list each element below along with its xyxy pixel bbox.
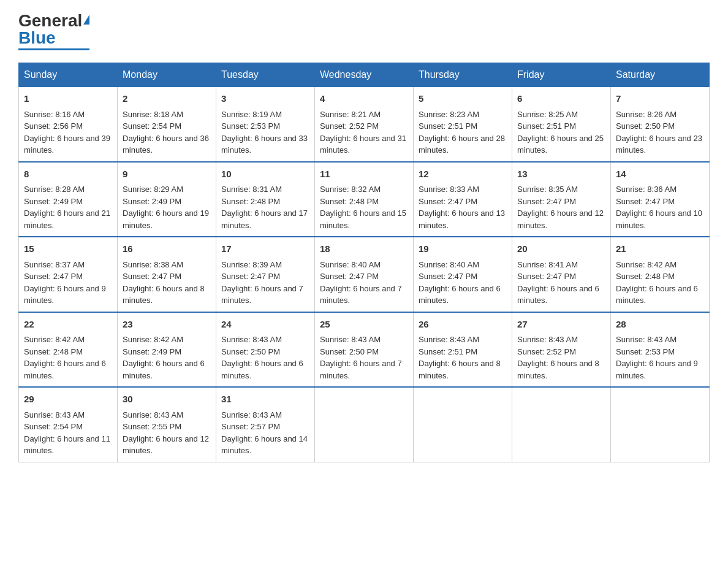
calendar-cell: 14Sunrise: 8:36 AMSunset: 2:47 PMDayligh…	[611, 162, 710, 237]
sunrise-text: Sunrise: 8:33 AM	[419, 185, 479, 194]
calendar-cell: 10Sunrise: 8:31 AMSunset: 2:48 PMDayligh…	[216, 162, 315, 237]
calendar-cell: 25Sunrise: 8:43 AMSunset: 2:50 PMDayligh…	[315, 312, 414, 388]
logo-triangle-icon	[83, 15, 89, 25]
logo-text: General Blue	[18, 12, 89, 47]
sunset-text: Sunset: 2:53 PM	[221, 121, 280, 131]
sunrise-text: Sunrise: 8:42 AM	[123, 335, 183, 344]
sunset-text: Sunset: 2:47 PM	[616, 197, 675, 206]
sunset-text: Sunset: 2:51 PM	[419, 347, 477, 356]
sunrise-text: Sunrise: 8:41 AM	[517, 260, 578, 269]
day-number: 10	[221, 167, 309, 182]
sunset-text: Sunset: 2:47 PM	[221, 272, 280, 281]
calendar-cell: 30Sunrise: 8:43 AMSunset: 2:55 PMDayligh…	[118, 387, 216, 462]
daylight-text: Daylight: 6 hours and 7 minutes.	[320, 284, 402, 305]
day-number: 5	[419, 92, 507, 106]
sunset-text: Sunset: 2:49 PM	[123, 197, 181, 206]
daylight-text: Daylight: 6 hours and 11 minutes.	[24, 434, 110, 456]
daylight-text: Daylight: 6 hours and 7 minutes.	[221, 284, 303, 305]
daylight-text: Daylight: 6 hours and 23 minutes.	[616, 134, 702, 155]
daylight-text: Daylight: 6 hours and 6 minutes.	[517, 284, 599, 305]
sunrise-text: Sunrise: 8:21 AM	[320, 110, 381, 119]
day-number: 11	[320, 167, 408, 182]
calendar-cell: 17Sunrise: 8:39 AMSunset: 2:47 PMDayligh…	[216, 237, 315, 312]
day-number: 16	[123, 242, 211, 256]
day-number: 31	[221, 393, 309, 407]
daylight-text: Daylight: 6 hours and 19 minutes.	[123, 209, 209, 230]
day-number: 23	[123, 318, 211, 332]
day-number: 20	[517, 242, 605, 256]
calendar-cell	[414, 387, 512, 462]
sunset-text: Sunset: 2:53 PM	[616, 347, 675, 356]
calendar-cell	[315, 387, 414, 462]
day-number: 28	[616, 318, 704, 332]
day-number: 3	[221, 92, 309, 106]
calendar-cell: 2Sunrise: 8:18 AMSunset: 2:54 PMDaylight…	[118, 87, 216, 162]
page-header: General Blue	[18, 12, 710, 50]
sunset-text: Sunset: 2:47 PM	[419, 197, 477, 206]
calendar-cell: 9Sunrise: 8:29 AMSunset: 2:49 PMDaylight…	[118, 162, 216, 237]
daylight-text: Daylight: 6 hours and 15 minutes.	[320, 209, 406, 230]
logo: General Blue	[18, 12, 89, 50]
sunrise-text: Sunrise: 8:40 AM	[320, 260, 381, 269]
calendar-cell: 13Sunrise: 8:35 AMSunset: 2:47 PMDayligh…	[512, 162, 611, 237]
day-number: 6	[517, 92, 605, 106]
calendar-header: SundayMondayTuesdayWednesdayThursdayFrid…	[19, 63, 710, 87]
sunrise-text: Sunrise: 8:36 AM	[616, 185, 677, 194]
calendar-cell: 7Sunrise: 8:26 AMSunset: 2:50 PMDaylight…	[611, 87, 710, 162]
sunset-text: Sunset: 2:50 PM	[320, 347, 379, 356]
calendar-cell: 1Sunrise: 8:16 AMSunset: 2:56 PMDaylight…	[19, 87, 118, 162]
week-row-5: 29Sunrise: 8:43 AMSunset: 2:54 PMDayligh…	[19, 387, 710, 462]
daylight-text: Daylight: 6 hours and 6 minutes.	[221, 359, 303, 380]
sunset-text: Sunset: 2:47 PM	[517, 272, 576, 281]
calendar-cell: 26Sunrise: 8:43 AMSunset: 2:51 PMDayligh…	[414, 312, 512, 388]
header-saturday: Saturday	[611, 63, 710, 87]
daylight-text: Daylight: 6 hours and 7 minutes.	[320, 359, 402, 380]
sunrise-text: Sunrise: 8:42 AM	[24, 335, 85, 344]
week-row-4: 22Sunrise: 8:42 AMSunset: 2:48 PMDayligh…	[19, 312, 710, 388]
calendar-cell: 31Sunrise: 8:43 AMSunset: 2:57 PMDayligh…	[216, 387, 315, 462]
sunset-text: Sunset: 2:54 PM	[123, 121, 181, 131]
header-friday: Friday	[512, 63, 611, 87]
header-monday: Monday	[118, 63, 216, 87]
sunrise-text: Sunrise: 8:25 AM	[517, 110, 578, 119]
calendar-cell: 27Sunrise: 8:43 AMSunset: 2:52 PMDayligh…	[512, 312, 611, 388]
daylight-text: Daylight: 6 hours and 10 minutes.	[616, 209, 702, 230]
day-number: 27	[517, 318, 605, 332]
week-row-1: 1Sunrise: 8:16 AMSunset: 2:56 PMDaylight…	[19, 87, 710, 162]
day-number: 30	[123, 393, 211, 407]
sunset-text: Sunset: 2:48 PM	[616, 272, 675, 281]
sunset-text: Sunset: 2:47 PM	[517, 197, 576, 206]
daylight-text: Daylight: 6 hours and 12 minutes.	[123, 434, 209, 456]
daylight-text: Daylight: 6 hours and 6 minutes.	[419, 284, 501, 305]
day-number: 13	[517, 167, 605, 182]
sunset-text: Sunset: 2:52 PM	[517, 347, 576, 356]
calendar-cell: 23Sunrise: 8:42 AMSunset: 2:49 PMDayligh…	[118, 312, 216, 388]
sunset-text: Sunset: 2:56 PM	[24, 121, 83, 131]
sunset-text: Sunset: 2:51 PM	[517, 121, 576, 131]
daylight-text: Daylight: 6 hours and 36 minutes.	[123, 134, 209, 155]
calendar-cell: 4Sunrise: 8:21 AMSunset: 2:52 PMDaylight…	[315, 87, 414, 162]
sunrise-text: Sunrise: 8:18 AM	[123, 110, 183, 119]
sunrise-text: Sunrise: 8:28 AM	[24, 185, 85, 194]
daylight-text: Daylight: 6 hours and 12 minutes.	[517, 209, 604, 230]
day-number: 12	[419, 167, 507, 182]
day-number: 21	[616, 242, 704, 256]
sunrise-text: Sunrise: 8:39 AM	[221, 260, 282, 269]
week-row-3: 15Sunrise: 8:37 AMSunset: 2:47 PMDayligh…	[19, 237, 710, 312]
daylight-text: Daylight: 6 hours and 6 minutes.	[24, 359, 106, 380]
day-number: 4	[320, 92, 408, 106]
calendar-cell: 11Sunrise: 8:32 AMSunset: 2:48 PMDayligh…	[315, 162, 414, 237]
sunset-text: Sunset: 2:49 PM	[24, 197, 83, 206]
header-row: SundayMondayTuesdayWednesdayThursdayFrid…	[19, 63, 710, 87]
header-wednesday: Wednesday	[315, 63, 414, 87]
sunrise-text: Sunrise: 8:19 AM	[221, 110, 282, 119]
logo-line	[18, 48, 89, 50]
day-number: 22	[24, 318, 112, 332]
sunset-text: Sunset: 2:49 PM	[123, 347, 181, 356]
sunset-text: Sunset: 2:57 PM	[221, 422, 280, 431]
daylight-text: Daylight: 6 hours and 21 minutes.	[24, 209, 110, 230]
sunrise-text: Sunrise: 8:43 AM	[221, 410, 282, 419]
daylight-text: Daylight: 6 hours and 8 minutes.	[517, 359, 599, 380]
sunset-text: Sunset: 2:50 PM	[616, 121, 675, 131]
sunset-text: Sunset: 2:55 PM	[123, 422, 181, 431]
